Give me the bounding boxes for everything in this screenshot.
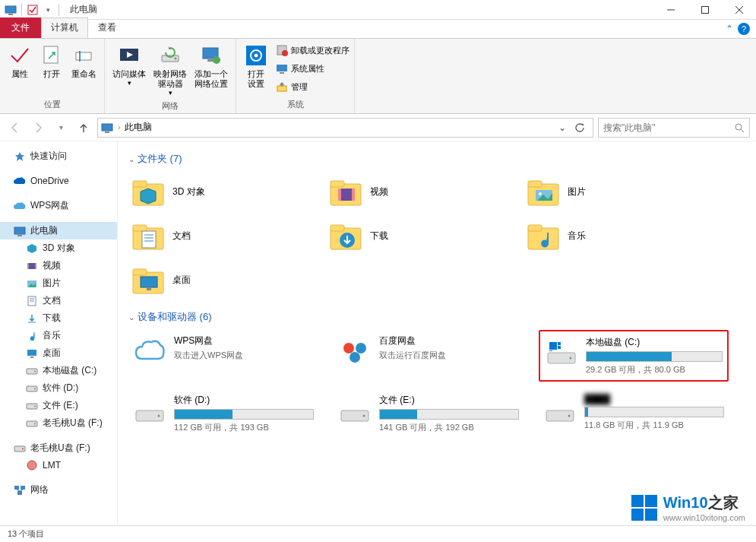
uninstall-button[interactable]: 卸载或更改程序 bbox=[276, 42, 350, 59]
chevron-down-icon: ⌄ bbox=[128, 313, 134, 322]
sidebar-item-usb[interactable]: 老毛桃U盘 (F:) bbox=[0, 439, 117, 457]
sidebar-item-onedrive[interactable]: OneDrive bbox=[0, 173, 117, 189]
system-properties-button[interactable]: 系统属性 bbox=[276, 60, 350, 77]
folders-section-header[interactable]: ⌄ 文件夹 (7) bbox=[128, 152, 745, 166]
folder-item[interactable]: 下载 bbox=[326, 216, 508, 255]
checkmark-icon bbox=[8, 43, 32, 68]
maximize-button[interactable] bbox=[688, 0, 722, 20]
sidebar-item-child[interactable]: 下载 bbox=[0, 309, 117, 327]
drives-section-header[interactable]: ⌄ 设备和驱动器 (6) bbox=[128, 310, 745, 324]
sysprops-icon bbox=[276, 62, 288, 74]
drive-usage-text: 11.8 GB 可用，共 11.9 GB bbox=[584, 420, 724, 431]
close-button[interactable] bbox=[722, 0, 756, 20]
svg-rect-45 bbox=[30, 357, 33, 358]
sidebar-item-child[interactable]: 图片 bbox=[0, 274, 117, 292]
drive-icon bbox=[338, 334, 372, 368]
address-bar[interactable]: › 此电脑 ⌄ bbox=[97, 118, 593, 138]
rename-button[interactable]: 重命名 bbox=[68, 42, 100, 81]
svg-rect-27 bbox=[105, 132, 109, 133]
drive-item[interactable]: 软件 (D:)112 GB 可用，共 193 GB bbox=[128, 389, 318, 438]
folder-item[interactable]: 3D 对象 bbox=[128, 172, 311, 211]
svg-point-73 bbox=[539, 192, 542, 195]
drive-item[interactable]: 本地磁盘 (C:)29.2 GB 可用，共 80.0 GB bbox=[539, 330, 729, 382]
desktop-folder-icon bbox=[131, 263, 165, 296]
svg-rect-1 bbox=[8, 14, 13, 15]
windows-logo-icon bbox=[631, 495, 657, 521]
svg-rect-25 bbox=[277, 86, 286, 91]
cloud-icon bbox=[14, 200, 26, 212]
search-input[interactable] bbox=[603, 122, 734, 133]
sidebar-item-child[interactable]: 视频 bbox=[0, 257, 117, 274]
access-media-button[interactable]: 访问媒体▾ bbox=[109, 42, 149, 99]
drive-item[interactable]: 百度网盘双击运行百度网盘 bbox=[334, 330, 524, 382]
nav-recent-dropdown[interactable]: ▾ bbox=[52, 119, 70, 137]
drive-item[interactable]: WPS网盘双击进入WPS网盘 bbox=[128, 330, 318, 382]
sidebar-item-label: 视频 bbox=[43, 259, 61, 272]
sidebar-item-lmt[interactable]: LMT bbox=[0, 457, 117, 474]
tab-file[interactable]: 文件 bbox=[0, 17, 41, 38]
properties-button[interactable]: 属性 bbox=[5, 42, 35, 81]
navbar: ▾ › 此电脑 ⌄ bbox=[0, 114, 756, 141]
svg-rect-76 bbox=[133, 225, 147, 231]
item-count: 13 个项目 bbox=[8, 528, 44, 540]
nav-forward-button[interactable] bbox=[29, 119, 47, 137]
tab-computer[interactable]: 计算机 bbox=[41, 17, 88, 38]
refresh-button[interactable] bbox=[574, 122, 590, 133]
drive-usage-text: 29.2 GB 可用，共 80.0 GB bbox=[586, 364, 723, 376]
drive-item[interactable]: ████11.8 GB 可用，共 11.9 GB bbox=[539, 389, 729, 438]
svg-rect-77 bbox=[142, 231, 156, 248]
svg-rect-2 bbox=[28, 5, 37, 14]
qat-dropdown-icon[interactable]: ▾ bbox=[42, 4, 54, 16]
nav-back-button[interactable] bbox=[6, 119, 24, 137]
drive-icon bbox=[133, 334, 166, 368]
folder-item[interactable]: 图片 bbox=[524, 172, 706, 211]
sidebar-item-child[interactable]: 软件 (D:) bbox=[0, 379, 117, 397]
minimize-button[interactable] bbox=[653, 0, 688, 20]
sidebar-item-child[interactable]: 老毛桃U盘 (F:) bbox=[0, 414, 117, 432]
usb-icon bbox=[14, 442, 26, 455]
svg-marker-64 bbox=[141, 189, 156, 204]
drive-label: 软件 (D:) bbox=[174, 394, 314, 407]
open-button[interactable]: 打开 bbox=[36, 42, 67, 81]
search-box[interactable] bbox=[598, 118, 750, 138]
svg-rect-66 bbox=[331, 181, 344, 187]
open-settings-button[interactable]: 打开 设置 bbox=[241, 42, 271, 95]
sidebar-item-child[interactable]: 文档 bbox=[0, 292, 117, 309]
sidebar-item-child[interactable]: 音乐 bbox=[0, 327, 117, 344]
ribbon-collapse-icon[interactable]: ⌃ bbox=[726, 24, 733, 34]
drive-icon bbox=[26, 382, 38, 395]
sidebar-item-child[interactable]: 本地磁盘 (C:) bbox=[0, 362, 117, 379]
sidebar-item-thispc[interactable]: 此电脑 bbox=[0, 222, 117, 239]
sidebar-item-wps[interactable]: WPS网盘 bbox=[0, 197, 117, 214]
drive-icon bbox=[545, 336, 578, 369]
address-dropdown-icon[interactable]: ⌄ bbox=[555, 122, 570, 133]
folder-item[interactable]: 音乐 bbox=[524, 216, 706, 255]
sidebar-item-child[interactable]: 桌面 bbox=[0, 344, 117, 362]
sidebar-item-child[interactable]: 3D 对象 bbox=[0, 239, 117, 257]
folder-item[interactable]: 文档 bbox=[128, 216, 311, 255]
drive-usage-text: 双击进入WPS网盘 bbox=[174, 350, 314, 361]
settings-icon bbox=[244, 43, 268, 68]
help-icon[interactable]: ? bbox=[738, 23, 750, 35]
sidebar-item-quick-access[interactable]: 快速访问 bbox=[0, 147, 117, 165]
qat-properties-icon[interactable] bbox=[27, 4, 39, 16]
svg-rect-96 bbox=[558, 342, 561, 345]
sidebar-item-child[interactable]: 文件 (E:) bbox=[0, 397, 117, 414]
folder-item[interactable]: 视频 bbox=[326, 172, 508, 211]
svg-rect-88 bbox=[141, 277, 157, 287]
breadcrumb[interactable]: 此电脑 bbox=[125, 121, 152, 134]
nav-up-button[interactable] bbox=[74, 119, 93, 137]
svg-marker-34 bbox=[27, 244, 36, 253]
tab-view[interactable]: 查看 bbox=[88, 17, 126, 38]
drive-icon bbox=[26, 365, 38, 377]
folder-item[interactable]: 桌面 bbox=[128, 260, 311, 300]
svg-point-56 bbox=[27, 461, 36, 470]
drive-usage-text: 112 GB 可用，共 193 GB bbox=[174, 422, 314, 433]
search-icon[interactable] bbox=[734, 122, 745, 133]
add-network-location-button[interactable]: 添加一个 网络位置 bbox=[191, 42, 231, 99]
map-drive-button[interactable]: 映射网络 驱动器▾ bbox=[150, 42, 190, 99]
sidebar-item-network[interactable]: 网络 bbox=[0, 481, 117, 499]
drive-item[interactable]: 文件 (E:)141 GB 可用，共 192 GB bbox=[334, 389, 524, 438]
manage-button[interactable]: 管理 bbox=[276, 78, 350, 95]
folder-label: 图片 bbox=[568, 185, 586, 198]
